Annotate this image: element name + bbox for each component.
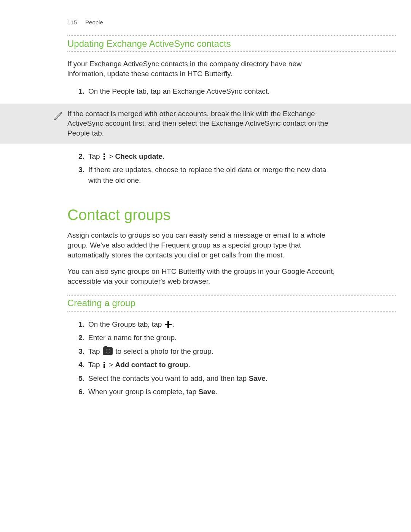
list-item: 1. On the People tab, tap an Exchange Ac… [76,86,339,97]
step-text: Select the contacts you want to add, and… [88,373,339,384]
steps-list-1b: 2. Tap > Check update. 3. If there are u… [76,151,339,186]
paragraph: Assign contacts to groups so you can eas… [67,230,339,260]
note-text: If the contact is merged with other acco… [67,109,339,138]
step-text: Tap > Add contact to group. [88,359,339,370]
section-name: People [85,19,103,26]
list-item: 2. Enter a name for the group. [76,332,339,343]
list-item: 4. Tap > Add contact to group. [76,359,339,370]
list-item: 3. Tap to select a photo for the group. [76,346,339,357]
list-item: 5. Select the contacts you want to add, … [76,373,339,384]
page-header: 115 People [0,19,411,26]
list-item: 1. On the Groups tab, tap . [76,319,339,330]
step-text: Tap to select a photo for the group. [88,346,339,357]
list-item: 2. Tap > Check update. [76,151,339,162]
page-number: 115 [67,19,77,26]
step-text: On the Groups tab, tap . [88,319,339,330]
list-number: 3. [76,165,84,175]
more-icon [103,153,106,160]
list-number: 5. [76,373,84,384]
note-callout: If the contact is merged with other acco… [0,104,411,144]
step-text: When your group is complete, tap Save. [88,387,339,397]
separator [67,311,396,312]
list-number: 2. [76,151,84,162]
separator [67,51,396,52]
more-icon [103,361,106,368]
pencil-icon [53,110,64,124]
paragraph: You can also sync groups on HTC Butterfl… [67,267,339,286]
heading-contact-groups: Contact groups [67,206,411,224]
steps-list-1a: 1. On the People tab, tap an Exchange Ac… [76,86,339,97]
list-item: 3. If there are updates, choose to repla… [76,165,339,185]
heading-creating-group: Creating a group [67,296,396,311]
heading-updating: Updating Exchange ActiveSync contacts [67,36,396,51]
step-text: If there are updates, choose to replace … [88,165,339,185]
list-number: 3. [76,346,84,357]
step-text: Enter a name for the group. [88,332,339,343]
document-page: 115 People Updating Exchange ActiveSync … [0,0,411,397]
steps-list-2: 1. On the Groups tab, tap . 2. Enter a n… [76,319,339,397]
list-number: 1. [76,86,84,97]
step-text: Tap > Check update. [88,151,339,162]
list-number: 4. [76,359,84,370]
list-number: 2. [76,332,84,343]
intro-text: If your Exchange ActiveSync contacts in … [67,59,339,78]
camera-icon [103,347,113,355]
step-text: On the People tab, tap an Exchange Activ… [88,86,339,97]
list-number: 6. [76,387,84,397]
list-item: 6. When your group is complete, tap Save… [76,387,339,397]
plus-icon [165,321,172,328]
list-number: 1. [76,319,84,330]
